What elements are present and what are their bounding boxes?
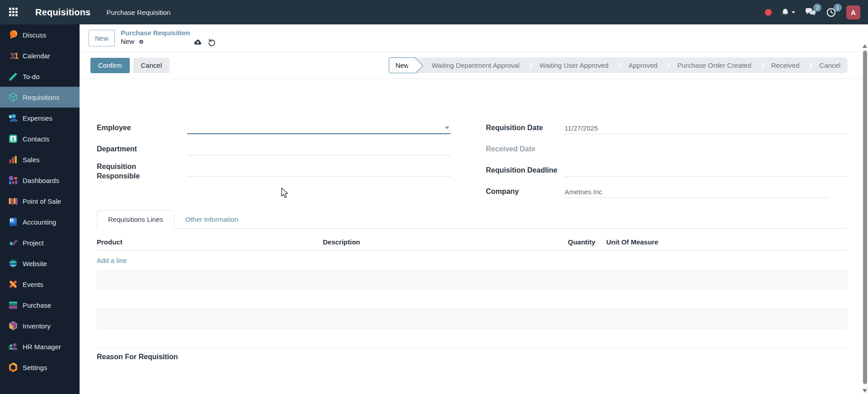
sidebar-item-settings[interactable]: Settings xyxy=(0,357,80,378)
add-a-line-link[interactable]: Add a line xyxy=(97,257,127,264)
sidebar-item-purchase[interactable]: Purchase xyxy=(0,295,80,315)
sidebar-item-discuss[interactable]: Discuss xyxy=(0,24,80,45)
sidebar-item-point-of-sale[interactable]: Point of Sale xyxy=(0,191,80,211)
stage-pipeline: New Waiting Department Approval Waiting … xyxy=(389,57,848,73)
received-date-input xyxy=(565,144,848,155)
sidebar-item-contacts[interactable]: Contacts xyxy=(0,128,80,149)
notebook: Requisitions Lines Other Information Pro… xyxy=(97,209,848,361)
sidebar-item-dashboards[interactable]: Dashboards xyxy=(0,170,80,191)
scrollbar-thumb[interactable] xyxy=(863,51,867,384)
notifications-bell[interactable] xyxy=(781,8,795,17)
sidebar-item-requisitions[interactable]: Requisitions xyxy=(0,87,80,108)
stage-waiting-user-approved[interactable]: Waiting User Approved xyxy=(532,57,616,73)
tab-requisitions-lines[interactable]: Requisitions Lines xyxy=(97,210,175,229)
new-record-button[interactable]: New xyxy=(89,30,115,47)
sidebar-item-todo[interactable]: To-do xyxy=(0,66,80,87)
stage-chevron-icon xyxy=(615,62,622,68)
employee-input[interactable] xyxy=(187,122,451,134)
notebook-tabs: Requisitions Lines Other Information xyxy=(97,209,848,229)
sidebar-item-calendar[interactable]: 31 Calendar xyxy=(0,45,80,66)
project-icon xyxy=(8,237,19,248)
requisition-deadline-label: Requisition Deadline xyxy=(486,166,565,177)
sales-icon xyxy=(8,154,19,165)
breadcrumb: Purchase Requisition New xyxy=(121,29,190,46)
sidebar-item-website[interactable]: Website xyxy=(0,253,80,274)
sidebar-item-accounting[interactable]: $ Accounting xyxy=(0,211,80,232)
app-title: Requisitions xyxy=(35,7,90,18)
expenses-icon: $ xyxy=(8,113,19,123)
stage-approved[interactable]: Approved xyxy=(621,57,665,73)
messages-button[interactable]: 2 xyxy=(805,7,816,17)
inventory-icon xyxy=(8,320,19,331)
messages-count-badge: 2 xyxy=(813,4,821,12)
activities-count-badge: 1 xyxy=(834,4,842,12)
point-of-sale-icon xyxy=(8,196,19,206)
cancel-button[interactable]: Cancel xyxy=(133,58,170,73)
todo-icon xyxy=(8,71,19,82)
empty-line-row xyxy=(97,309,848,328)
vertical-scrollbar[interactable] xyxy=(862,43,868,394)
contacts-icon xyxy=(8,133,19,144)
field-row-received-date: Received Date xyxy=(486,134,848,155)
requisition-date-label: Requisition Date xyxy=(486,124,565,134)
events-icon xyxy=(8,279,19,290)
sidebar-item-inventory[interactable]: Inventory xyxy=(0,315,80,336)
requisition-responsible-input[interactable] xyxy=(187,165,451,177)
svg-text:1: 1 xyxy=(14,52,19,61)
add-line-row: Add a line xyxy=(97,251,848,270)
scroll-up-arrow-icon[interactable] xyxy=(863,44,867,48)
user-avatar[interactable]: A xyxy=(846,5,860,19)
dashboards-icon xyxy=(8,175,19,186)
discard-rotate-icon[interactable] xyxy=(208,38,216,47)
column-product: Product xyxy=(97,238,323,250)
scroll-down-arrow-icon[interactable] xyxy=(863,389,867,393)
main-content: New Purchase Requisition New Confirm Can… xyxy=(80,24,868,394)
activities-button[interactable]: 1 xyxy=(826,7,836,18)
column-unit-of-measure: Unit Of Measure xyxy=(600,238,848,250)
reason-for-requisition-label: Reason For Requisition xyxy=(97,353,848,361)
apps-grid-icon[interactable] xyxy=(9,8,18,17)
breadcrumb-current: New xyxy=(121,38,134,46)
settings-icon xyxy=(8,362,19,373)
form-sheet: Employee Department Requisition Responsi… xyxy=(80,79,868,361)
sidebar-item-project[interactable]: Project xyxy=(0,232,80,253)
sidebar-item-events[interactable]: Events xyxy=(0,274,80,295)
stage-new[interactable]: New xyxy=(389,57,415,73)
statusbar: Confirm Cancel New Waiting Department Ap… xyxy=(80,52,868,79)
stage-chevron-icon xyxy=(806,62,812,68)
accounting-icon: $ xyxy=(8,216,19,227)
top-navbar: Requisitions Purchase Requisition 2 xyxy=(0,0,868,24)
department-input[interactable] xyxy=(187,144,451,155)
tab-other-information[interactable]: Other Information xyxy=(175,211,249,228)
sidebar-item-sales[interactable]: Sales xyxy=(0,149,80,170)
menu-purchase-requisition[interactable]: Purchase Requisition xyxy=(102,6,175,19)
employee-label: Employee xyxy=(97,124,187,134)
breadcrumb-parent-link[interactable]: Purchase Requisition xyxy=(121,29,190,37)
stage-purchase-order-created[interactable]: Purchase Order Created xyxy=(670,57,758,73)
recording-dot-icon[interactable] xyxy=(765,9,772,16)
confirm-button[interactable]: Confirm xyxy=(90,58,130,73)
sidebar-item-expenses[interactable]: $ Expenses xyxy=(0,108,80,128)
sidebar-item-hr-manager[interactable]: HR Manager xyxy=(0,336,80,357)
requisitions-cube-icon xyxy=(8,92,19,103)
svg-text:$: $ xyxy=(11,219,13,223)
stage-received[interactable]: Received xyxy=(764,57,807,73)
field-row-requisition-deadline: Requisition Deadline xyxy=(486,155,848,177)
website-icon xyxy=(8,258,19,269)
topbar-right-cluster: 2 1 A xyxy=(765,5,868,19)
empty-line-row xyxy=(97,328,848,348)
gear-icon[interactable] xyxy=(137,38,145,46)
stage-chevron-icon xyxy=(758,62,764,68)
stage-cancel[interactable]: Cancel xyxy=(812,57,848,73)
stage-waiting-department-approval[interactable]: Waiting Department Approval xyxy=(423,57,527,73)
empty-line-row xyxy=(97,290,848,309)
dropdown-caret-icon[interactable] xyxy=(445,127,449,129)
field-row-company: Company Ametnes Inc xyxy=(486,177,848,198)
purchase-icon xyxy=(8,300,19,310)
requisition-date-input[interactable]: 11/27/2025 xyxy=(565,122,848,134)
bell-caret-icon xyxy=(792,11,795,14)
save-cloud-icon[interactable] xyxy=(193,38,203,47)
requisition-deadline-input[interactable] xyxy=(565,165,848,177)
app-sidebar: Discuss 31 Calendar To-do Requisitions $… xyxy=(0,24,80,394)
company-input[interactable]: Ametnes Inc xyxy=(565,186,829,198)
